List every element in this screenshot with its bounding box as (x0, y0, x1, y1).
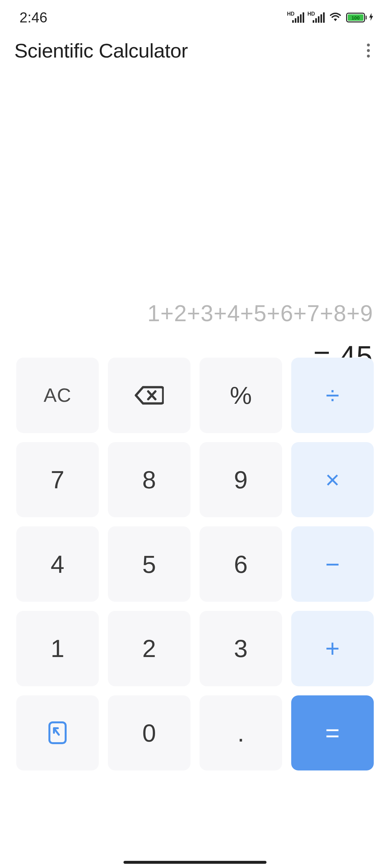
expression-text: 1+2+3+4+5+6+7+8+9 (17, 300, 373, 327)
key-minus[interactable]: − (291, 526, 374, 602)
app-header: Scientific Calculator (0, 29, 390, 69)
backspace-icon (135, 385, 164, 405)
key-6[interactable]: 6 (200, 526, 282, 602)
key-3[interactable]: 3 (200, 611, 282, 686)
key-9[interactable]: 9 (200, 442, 282, 518)
key-plus[interactable]: + (291, 611, 374, 686)
key-7[interactable]: 7 (16, 442, 99, 518)
home-indicator[interactable] (124, 861, 266, 864)
more-options-button[interactable] (364, 40, 373, 61)
status-icons: HD HD (288, 12, 374, 23)
key-divide[interactable]: ÷ (291, 358, 374, 433)
key-ac[interactable]: AC (16, 358, 99, 433)
key-8[interactable]: 8 (108, 442, 190, 518)
key-percent[interactable]: % (200, 358, 282, 433)
battery-icon: 100 (346, 12, 374, 23)
keypad: AC % ÷ 7 8 9 × 4 5 6 − 1 2 3 + 0 . = (0, 358, 390, 855)
key-backspace[interactable] (108, 358, 190, 433)
key-5[interactable]: 5 (108, 526, 190, 602)
key-1[interactable]: 1 (16, 611, 99, 686)
signal-1-icon: HD (288, 12, 304, 23)
status-bar: 2:46 HD HD (0, 0, 390, 29)
signal-2-icon: HD (309, 12, 325, 23)
expand-icon (47, 720, 68, 745)
key-multiply[interactable]: × (291, 442, 374, 518)
key-0[interactable]: 0 (108, 695, 190, 771)
key-equals[interactable]: = (291, 695, 374, 771)
wifi-icon (329, 13, 342, 23)
key-decimal[interactable]: . (200, 695, 282, 771)
status-time: 2:46 (20, 9, 47, 26)
key-2[interactable]: 2 (108, 611, 190, 686)
key-4[interactable]: 4 (16, 526, 99, 602)
charging-bolt-icon (368, 12, 374, 23)
key-expand[interactable] (16, 695, 99, 771)
page-title: Scientific Calculator (14, 39, 188, 62)
